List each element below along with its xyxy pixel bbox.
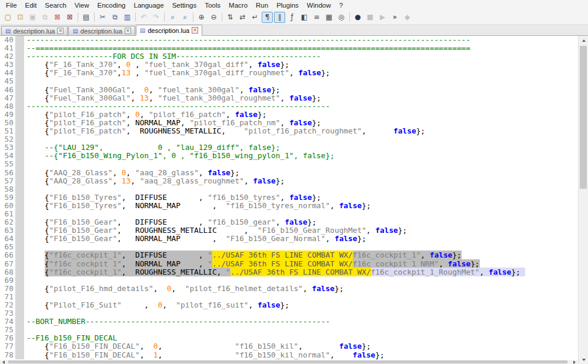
line-number[interactable]: 66 xyxy=(0,251,15,259)
menu-item-window[interactable]: Window xyxy=(303,1,335,9)
code-line[interactable]: 41--====================================… xyxy=(0,44,578,52)
line-number[interactable]: 76 xyxy=(0,334,15,342)
code-line[interactable]: 48--------------------------------------… xyxy=(0,102,578,111)
line-number[interactable]: 50 xyxy=(0,119,15,127)
code-line[interactable]: 51 {"pilot_F16_patch", ROUGHNESS_METALLI… xyxy=(0,127,578,135)
document-map-icon[interactable]: ◧ xyxy=(299,12,310,23)
line-number[interactable]: 64 xyxy=(0,235,15,243)
code-line[interactable]: 67 {"f16c_cockpit_1", NORMAL_MAP , "../U… xyxy=(0,260,578,268)
code-line[interactable]: 76--F16_b150_FIN_DECAL xyxy=(0,334,578,342)
menu-item-settings[interactable]: Settings xyxy=(168,1,201,9)
code-line[interactable]: 64 {"F16_b150_Gear", NORMAL_MAP , "F16_b… xyxy=(0,235,578,243)
code-line[interactable]: 44 {"F_16_Tank_370",13 , "fuel_tank_370g… xyxy=(0,69,578,77)
code-line[interactable]: 45 xyxy=(0,77,578,85)
new-file-icon[interactable]: ▢ xyxy=(2,12,14,23)
menu-item-tools[interactable]: Tools xyxy=(201,1,225,9)
line-number[interactable]: 78 xyxy=(0,351,15,359)
line-number[interactable]: 51 xyxy=(0,127,15,135)
menu-item-language[interactable]: Language xyxy=(129,1,168,9)
close-tab-icon[interactable]: × xyxy=(192,27,198,34)
function-list-icon[interactable]: ƒ xyxy=(286,12,298,23)
line-number[interactable]: 45 xyxy=(0,77,15,85)
code-line[interactable]: 63 {"F16_b150_Gear", ROUGHNESS_METALLIC … xyxy=(0,226,578,235)
line-number[interactable]: 47 xyxy=(0,94,15,102)
code-line[interactable]: 62 {"F16_b150_Gear", DIFFUSE , "f16_b150… xyxy=(0,218,578,226)
code-line[interactable]: 54 --{"F16_b150_Wing_Pylon_1", 0 , "f16_… xyxy=(0,152,578,160)
line-number[interactable]: 75 xyxy=(0,326,15,334)
code-line[interactable]: 74--BORT_NUMBER-------------------------… xyxy=(0,318,578,326)
copy-icon[interactable]: ⧉ xyxy=(109,12,121,23)
code-line[interactable]: 53 --{"LAU_129", 0 , "lau_129_diff", fal… xyxy=(0,143,578,152)
line-number[interactable]: 69 xyxy=(0,276,15,285)
horizontal-scrollbar[interactable] xyxy=(0,360,578,364)
sync-vertical-icon[interactable]: ⇅ xyxy=(225,12,236,23)
menu-item-run[interactable]: Run xyxy=(252,1,272,9)
code-line[interactable]: 68 {"f16c_cockpit_1", ROUGHNESS_METALLIC… xyxy=(0,268,578,276)
line-number[interactable]: 57 xyxy=(0,177,15,185)
line-number[interactable]: 71 xyxy=(0,293,15,301)
horizontal-scroll-thumb[interactable] xyxy=(8,360,567,363)
line-number[interactable]: 60 xyxy=(0,202,15,210)
document-list-icon[interactable]: ≡ xyxy=(311,12,322,23)
vertical-scroll-thumb[interactable] xyxy=(580,46,587,189)
code-line[interactable]: 71 xyxy=(0,293,578,301)
line-number[interactable]: 59 xyxy=(0,193,15,202)
scroll-right-icon[interactable] xyxy=(571,360,578,364)
line-number[interactable]: 53 xyxy=(0,143,15,152)
menu-item-view[interactable]: View xyxy=(71,1,93,9)
code-line[interactable]: 58 xyxy=(0,185,578,193)
line-number[interactable]: 70 xyxy=(0,285,15,293)
line-number[interactable]: 77 xyxy=(0,342,15,350)
scroll-left-icon[interactable] xyxy=(0,360,7,364)
line-number[interactable]: 40 xyxy=(0,36,15,44)
line-number[interactable]: 73 xyxy=(0,309,15,318)
code-line[interactable]: 60 {"F16_b150_Tyres", NORMAL_MAP , "f16_… xyxy=(0,202,578,210)
line-number[interactable]: 62 xyxy=(0,218,15,226)
replace-icon[interactable]: ⌕ xyxy=(179,12,191,23)
code-line[interactable]: 49 {"pilot_F16_patch", 0, "pilot_f16_pat… xyxy=(0,111,578,119)
code-line[interactable]: 47 {"Fuel_Tank_300Gal", 13, "fuel_tank_3… xyxy=(0,94,578,102)
line-number[interactable]: 48 xyxy=(0,102,15,111)
menu-item-encoding[interactable]: Encoding xyxy=(93,1,130,9)
line-number[interactable]: 68 xyxy=(0,268,15,276)
tab-2[interactable]: ▤description.lua× xyxy=(68,26,135,35)
line-number[interactable]: 55 xyxy=(0,160,15,168)
code-line[interactable]: 65 xyxy=(0,243,578,251)
word-wrap-icon[interactable]: ↵ xyxy=(249,12,260,23)
code-line[interactable]: 66 {"f16c_cockpit_1", DIFFUSE , "../USAF… xyxy=(0,251,578,259)
line-number[interactable]: 49 xyxy=(0,111,15,119)
close-all-icon[interactable]: ⊠ xyxy=(64,12,75,23)
line-number[interactable]: 42 xyxy=(0,52,15,61)
menu-item-file[interactable]: File xyxy=(2,1,21,9)
code-line[interactable]: 55 xyxy=(0,160,578,168)
code-line[interactable]: 75 xyxy=(0,326,578,334)
line-number[interactable]: 63 xyxy=(0,226,15,235)
code-line[interactable]: 56 {"AAQ_28_Glass", 0, "aaq_28_glass", f… xyxy=(0,169,578,177)
scroll-up-icon[interactable] xyxy=(579,36,588,45)
code-line[interactable]: 70 {"pilot_F16_hmd_details", 0, "pilot_f… xyxy=(0,285,578,293)
line-number[interactable]: 41 xyxy=(0,44,15,52)
code-line[interactable]: 57 {"AAQ_28_Glass", 13, "aaq_28_glass_ro… xyxy=(0,177,578,185)
code-line[interactable]: 43 {"F_16_Tank_370", 0 , "fuel_tank_370g… xyxy=(0,61,578,69)
line-number[interactable]: 44 xyxy=(0,69,15,77)
line-number[interactable]: 67 xyxy=(0,260,15,268)
line-number[interactable]: 74 xyxy=(0,318,15,326)
code-line[interactable]: 61 xyxy=(0,210,578,218)
close-tab-icon[interactable]: × xyxy=(125,28,131,34)
line-number[interactable]: 43 xyxy=(0,61,15,69)
run-macro-multiple-icon[interactable]: » xyxy=(389,12,400,23)
code-line[interactable]: 52 xyxy=(0,135,578,143)
line-number[interactable]: 54 xyxy=(0,152,15,160)
paste-icon[interactable]: ▥ xyxy=(122,12,133,23)
indent-guide-icon[interactable]: ∥ xyxy=(274,12,285,23)
code-line[interactable]: 50 {"pilot_F16_patch", NORMAL_MAP, "pilo… xyxy=(0,119,578,127)
zoom-in-icon[interactable]: ⊕ xyxy=(196,12,207,23)
line-number[interactable]: 58 xyxy=(0,185,15,193)
code-line[interactable]: 46 {"Fuel_Tank_300Gal", 0, "fuel_tank_30… xyxy=(0,86,578,94)
menu-item-edit[interactable]: Edit xyxy=(21,1,41,9)
code-area[interactable]: 40--------------------------------------… xyxy=(0,36,578,360)
scroll-down-icon[interactable] xyxy=(579,355,588,364)
code-line[interactable]: 77 {"F16_b150_FIN_DECAL", 0, "f16_b150_k… xyxy=(0,342,578,350)
menu-item-search[interactable]: Search xyxy=(41,1,70,9)
menu-item-macro[interactable]: Macro xyxy=(225,1,252,9)
